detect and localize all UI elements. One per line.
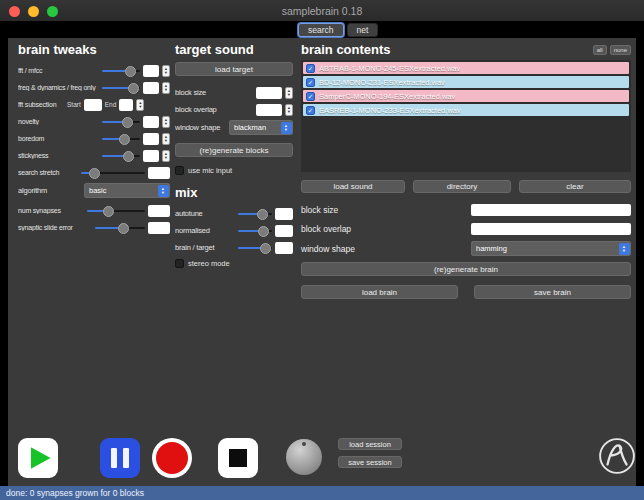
file-checkbox[interactable] bbox=[306, 106, 315, 115]
target-window-shape-select[interactable]: blackman bbox=[229, 120, 293, 135]
search-stretch-slider[interactable] bbox=[81, 167, 145, 178]
algorithm-select[interactable]: basic bbox=[84, 183, 170, 198]
load-brain-button[interactable]: load brain bbox=[301, 285, 458, 299]
load-session-button[interactable]: load session bbox=[338, 438, 402, 450]
file-row[interactable]: ABTRAB-1-MONO-245-ESXextracted.wav bbox=[303, 62, 629, 74]
fft-mfcc-label: fft / mfcc bbox=[18, 67, 99, 74]
num-synapses-slider[interactable] bbox=[87, 205, 145, 216]
load-sound-button[interactable]: load sound bbox=[301, 180, 405, 193]
tab-net[interactable]: net bbox=[347, 23, 379, 37]
brain-contents-section: brain contents all none ABTRAB-1-MONO-24… bbox=[301, 42, 631, 299]
brain-block-overlap-field[interactable] bbox=[471, 223, 631, 235]
session-buttons: load session save session bbox=[338, 438, 402, 468]
novelty-value-field[interactable] bbox=[143, 116, 159, 128]
file-name: EASREB-1-MONO-233-ESXextracted.wav bbox=[319, 106, 461, 115]
fft-mfcc-value-field[interactable] bbox=[143, 65, 159, 77]
brain-contents-list[interactable]: ABTRAB-1-MONO-245-ESXextracted.wav BD-12… bbox=[301, 60, 631, 172]
save-session-button[interactable]: save session bbox=[338, 456, 402, 468]
synaptic-slide-error-value-field[interactable] bbox=[148, 222, 170, 234]
normalised-field[interactable] bbox=[275, 225, 293, 237]
mix-title: mix bbox=[175, 185, 293, 201]
pause-icon bbox=[111, 448, 129, 468]
autotune-label: autotune bbox=[175, 209, 235, 218]
fft-subsection-stepper[interactable] bbox=[136, 99, 144, 111]
file-row[interactable]: BD-12-MONO-231-ESXextracted.wav bbox=[303, 76, 629, 88]
stereo-mode-checkbox[interactable] bbox=[175, 259, 184, 268]
pause-button[interactable] bbox=[100, 438, 140, 478]
target-block-size-stepper[interactable] bbox=[285, 87, 293, 99]
synaptic-slide-error-slider[interactable] bbox=[95, 222, 145, 233]
aphex-twin-logo bbox=[598, 437, 636, 475]
play-icon bbox=[31, 447, 51, 469]
stop-button[interactable] bbox=[218, 438, 258, 478]
brain-tweaks-title: brain tweaks bbox=[18, 42, 170, 58]
directory-button[interactable]: directory bbox=[413, 180, 511, 193]
brain-block-size-field[interactable] bbox=[471, 204, 631, 216]
brain-contents-actions: load sound directory clear bbox=[301, 180, 631, 193]
fft-subsection-label: fft subsection bbox=[18, 101, 64, 108]
freq-dynamics-stepper[interactable] bbox=[162, 82, 170, 94]
synaptic-slide-error-row: synaptic slide error bbox=[18, 221, 170, 234]
brain-target-field[interactable] bbox=[275, 242, 293, 254]
stickyness-value-field[interactable] bbox=[143, 150, 159, 162]
record-button[interactable] bbox=[152, 438, 192, 478]
save-brain-button[interactable]: save brain bbox=[474, 285, 631, 299]
brain-window-shape-select[interactable]: hamming bbox=[471, 241, 631, 256]
target-block-overlap-label: block overlap bbox=[175, 105, 253, 114]
novelty-slider[interactable] bbox=[102, 116, 140, 127]
normalised-slider[interactable] bbox=[238, 225, 272, 236]
target-window-shape-label: window shape bbox=[175, 123, 226, 132]
num-synapses-value-field[interactable] bbox=[148, 205, 170, 217]
autotune-field[interactable] bbox=[275, 208, 293, 220]
load-target-button[interactable]: load target bbox=[175, 62, 293, 76]
tab-search[interactable]: search bbox=[298, 23, 344, 37]
fft-mfcc-stepper[interactable] bbox=[162, 65, 170, 77]
freq-dynamics-slider[interactable] bbox=[102, 82, 140, 93]
fft-mfcc-slider[interactable] bbox=[102, 65, 140, 76]
freq-dynamics-row: freq & dynamics / freq only bbox=[18, 81, 170, 94]
stickyness-row: stickyness bbox=[18, 149, 170, 162]
file-row[interactable]: EASREB-1-MONO-233-ESXextracted.wav bbox=[303, 104, 629, 116]
boredom-stepper[interactable] bbox=[162, 133, 170, 145]
file-checkbox[interactable] bbox=[306, 78, 315, 87]
target-block-overlap-field[interactable] bbox=[256, 104, 282, 116]
normalised-label: normalised bbox=[175, 226, 235, 235]
clear-button[interactable]: clear bbox=[519, 180, 631, 193]
target-block-size-row: block size bbox=[175, 86, 293, 99]
volume-knob[interactable] bbox=[286, 439, 322, 475]
normalised-row: normalised bbox=[175, 224, 293, 237]
file-row[interactable]: SamperC-MONO-194-ESXextracted.wav bbox=[303, 90, 629, 102]
status-bar: done: 0 synapses grown for 0 blocks bbox=[0, 486, 644, 500]
target-block-size-label: block size bbox=[175, 88, 253, 97]
file-checkbox[interactable] bbox=[306, 92, 315, 101]
file-name: ABTRAB-1-MONO-245-ESXextracted.wav bbox=[319, 64, 460, 73]
play-button[interactable] bbox=[18, 438, 58, 478]
brain-target-slider[interactable] bbox=[238, 242, 272, 253]
main-panel: brain tweaks fft / mfcc freq & dynamics … bbox=[8, 38, 636, 486]
regenerate-blocks-button[interactable]: (re)generate blocks bbox=[175, 143, 293, 157]
select-none-button[interactable]: none bbox=[610, 45, 631, 55]
brain-block-overlap-row: block overlap bbox=[301, 222, 631, 235]
boredom-slider[interactable] bbox=[102, 133, 140, 144]
target-block-size-field[interactable] bbox=[256, 87, 282, 99]
brain-window-shape-value: hamming bbox=[476, 244, 617, 253]
num-synapses-label: num synapses bbox=[18, 207, 84, 214]
search-stretch-value-field[interactable] bbox=[148, 167, 170, 179]
novelty-row: novelty bbox=[18, 115, 170, 128]
stickyness-stepper[interactable] bbox=[162, 150, 170, 162]
stickyness-slider[interactable] bbox=[102, 150, 140, 161]
fft-subsection-end-field[interactable] bbox=[119, 99, 133, 111]
select-all-button[interactable]: all bbox=[593, 45, 607, 55]
target-window-shape-row: window shape blackman bbox=[175, 120, 293, 135]
regenerate-brain-button[interactable]: (re)generate brain bbox=[301, 262, 631, 276]
target-block-overlap-stepper[interactable] bbox=[285, 104, 293, 116]
novelty-stepper[interactable] bbox=[162, 116, 170, 128]
autotune-slider[interactable] bbox=[238, 208, 272, 219]
use-mic-checkbox[interactable] bbox=[175, 166, 184, 175]
dropdown-arrows-icon bbox=[619, 243, 630, 255]
freq-dynamics-value-field[interactable] bbox=[143, 82, 159, 94]
boredom-value-field[interactable] bbox=[143, 133, 159, 145]
search-stretch-row: search stretch bbox=[18, 166, 170, 179]
file-checkbox[interactable] bbox=[306, 64, 315, 73]
fft-subsection-start-field[interactable] bbox=[84, 99, 102, 111]
